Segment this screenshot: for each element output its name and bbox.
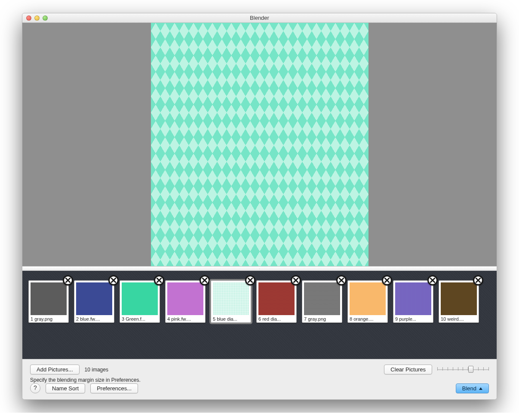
thumbnail-caption: 6 red dia...: [258, 315, 295, 322]
thumbnail-caption: 8 orange....: [350, 315, 386, 322]
thumbnail-image: [441, 282, 477, 315]
thumbnail-image: [395, 282, 431, 315]
thumbnail-image: [213, 282, 249, 315]
pane-splitter[interactable]: ·: [22, 267, 497, 271]
thumbnail[interactable]: 7 gray.png: [302, 280, 342, 323]
thumbnail-image: [76, 282, 112, 315]
close-icon: [65, 278, 71, 283]
diamond-pattern-icon: [151, 23, 369, 266]
clear-pictures-button[interactable]: Clear Pictures: [384, 365, 432, 374]
thumbnail[interactable]: 2 blue.fw....: [74, 280, 114, 323]
app-window: Blender · 1 gray.png2 blue.fw....3 Green…: [22, 13, 497, 400]
close-icon: [157, 278, 162, 283]
thumbnail-strip: 1 gray.png2 blue.fw....3 Green.f...4 pin…: [22, 271, 497, 359]
blend-button-label: Blend: [462, 385, 476, 392]
remove-thumbnail-button[interactable]: [427, 275, 438, 285]
window-title: Blender: [22, 15, 497, 21]
thumbnail[interactable]: 4 pink.fw....: [165, 280, 206, 323]
thumbnail-caption: 9 purple...: [395, 315, 431, 322]
thumbnail-card[interactable]: 9 purple...: [393, 280, 433, 323]
remove-thumbnail-button[interactable]: [291, 275, 301, 285]
remove-thumbnail-button[interactable]: [200, 275, 210, 285]
remove-thumbnail-button[interactable]: [245, 275, 255, 285]
thumbnail-card[interactable]: 8 orange....: [347, 280, 388, 323]
thumbnail-caption: 1 gray.png: [31, 315, 67, 322]
thumbnail-card[interactable]: 10 weird....: [439, 280, 479, 323]
close-icon: [248, 278, 253, 283]
hint-label: Specify the blending margin size in Pref…: [30, 377, 489, 383]
thumbnail-image: [31, 282, 67, 315]
thumbnail-card[interactable]: 6 red dia...: [256, 280, 297, 323]
remove-thumbnail-button[interactable]: [108, 275, 119, 285]
remove-thumbnail-button[interactable]: [154, 275, 164, 285]
thumbnail[interactable]: 10 weird....: [439, 280, 479, 323]
minimize-window-button[interactable]: [34, 15, 40, 21]
blend-button[interactable]: Blend: [456, 383, 489, 393]
image-count-label: 10 images: [85, 367, 108, 373]
name-sort-button[interactable]: Name Sort: [46, 383, 85, 393]
thumbnail-caption: 7 gray.png: [304, 315, 340, 322]
thumbnail[interactable]: 8 orange....: [347, 280, 388, 323]
close-icon: [430, 278, 435, 283]
thumbnail-caption: 2 blue.fw....: [76, 315, 112, 322]
preferences-button[interactable]: Preferences...: [90, 383, 138, 393]
thumbnail-card[interactable]: 5 blue dia...: [211, 280, 251, 323]
slider-knob[interactable]: [468, 366, 473, 373]
add-pictures-button[interactable]: Add Pictures...: [30, 365, 80, 374]
thumbnail[interactable]: 3 Green.f...: [120, 280, 160, 323]
remove-thumbnail-button[interactable]: [336, 275, 347, 285]
thumbnail-card[interactable]: 3 Green.f...: [120, 280, 160, 323]
thumbnail-card[interactable]: 7 gray.png: [302, 280, 342, 323]
thumbnail-image: [350, 282, 386, 315]
thumbnail-caption: 5 blue dia...: [213, 315, 249, 322]
close-icon: [202, 278, 207, 283]
thumbnail-card[interactable]: 4 pink.fw....: [165, 280, 206, 323]
thumbnail-caption: 3 Green.f...: [122, 315, 158, 322]
thumbnail[interactable]: 9 purple...: [393, 280, 433, 323]
preview-pane: [22, 23, 497, 267]
thumbnail-image: [304, 282, 340, 315]
thumbnail[interactable]: 6 red dia...: [256, 280, 297, 323]
remove-thumbnail-button[interactable]: [63, 275, 73, 285]
bottom-toolbar: Add Pictures... 10 images Clear Pictures…: [22, 359, 497, 399]
zoom-window-button[interactable]: [43, 15, 48, 21]
close-icon: [293, 278, 298, 283]
help-button[interactable]: ?: [30, 383, 40, 393]
remove-thumbnail-button[interactable]: [473, 275, 483, 285]
traffic-lights: [22, 15, 48, 21]
remove-thumbnail-button[interactable]: [382, 275, 392, 285]
thumbnail-image: [258, 282, 295, 315]
thumbnail[interactable]: 1 gray.png: [28, 280, 69, 323]
close-icon: [111, 278, 116, 283]
thumbnail-size-slider[interactable]: [437, 365, 489, 374]
preview-image: [151, 23, 369, 266]
thumbnail-card[interactable]: 1 gray.png: [28, 280, 69, 323]
thumbnail-card[interactable]: 2 blue.fw....: [74, 280, 114, 323]
thumbnail[interactable]: 5 blue dia...: [211, 280, 251, 323]
thumbnail-caption: 4 pink.fw....: [167, 315, 203, 322]
close-icon: [384, 278, 390, 283]
close-window-button[interactable]: [26, 15, 31, 21]
titlebar: Blender: [22, 13, 497, 23]
close-icon: [339, 278, 344, 283]
thumbnail-image: [122, 282, 158, 315]
triangle-up-icon: [479, 387, 482, 390]
close-icon: [476, 278, 481, 283]
thumbnail-image: [167, 282, 203, 315]
thumbnail-caption: 10 weird....: [441, 315, 477, 322]
